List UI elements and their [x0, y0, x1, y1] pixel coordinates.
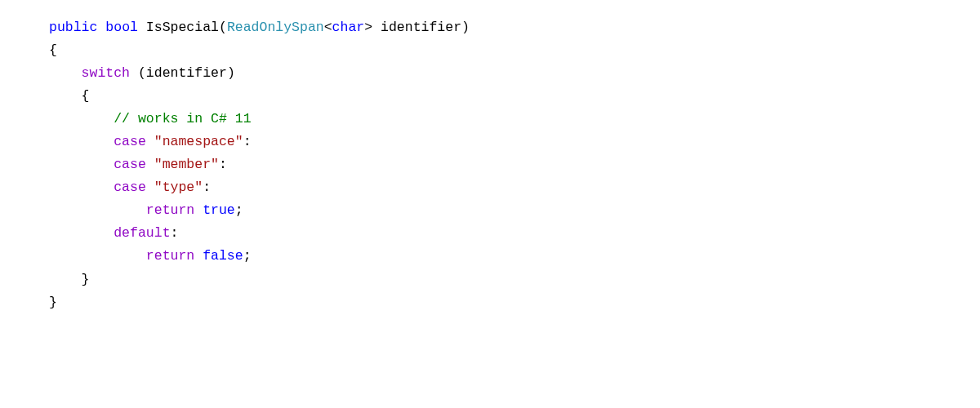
method-name: IsSpecial	[146, 20, 219, 35]
open-paren-switch: (	[138, 65, 146, 81]
brace-close-switch: }	[82, 272, 90, 287]
keyword-switch: switch	[82, 65, 130, 81]
keyword-default: default	[114, 225, 170, 241]
close-paren-switch: )	[227, 65, 235, 81]
keyword-case: case	[114, 180, 146, 195]
keyword-true: true	[203, 202, 235, 218]
string-namespace: "namespace"	[154, 134, 243, 149]
colon: :	[203, 180, 211, 195]
brace-close: }	[49, 295, 57, 310]
brace-open-switch: {	[82, 88, 90, 104]
code-block: public bool IsSpecial(ReadOnlySpan<char>…	[0, 0, 980, 330]
brace-open: {	[49, 42, 57, 58]
semicolon: ;	[235, 202, 243, 218]
param-identifier: identifier	[381, 20, 461, 35]
type-readonlyspan: ReadOnlySpan	[227, 20, 324, 35]
colon: :	[171, 225, 179, 241]
comment-line: // works in C# 11	[114, 111, 251, 126]
string-member: "member"	[154, 157, 219, 172]
colon: :	[219, 157, 227, 172]
keyword-return: return	[146, 202, 194, 218]
close-paren: )	[461, 20, 470, 35]
angle-open: <	[324, 20, 332, 35]
angle-close: >	[364, 20, 372, 35]
keyword-return: return	[146, 248, 194, 264]
open-paren: (	[219, 20, 227, 35]
keyword-bool: bool	[105, 20, 138, 35]
keyword-case: case	[114, 134, 146, 149]
keyword-false: false	[203, 248, 243, 264]
string-type: "type"	[154, 180, 203, 195]
keyword-public: public	[49, 20, 97, 35]
semicolon: ;	[243, 248, 252, 264]
keyword-case: case	[114, 157, 146, 172]
switch-expression: identifier	[146, 65, 227, 81]
keyword-char: char	[332, 20, 365, 35]
colon: :	[243, 134, 252, 149]
